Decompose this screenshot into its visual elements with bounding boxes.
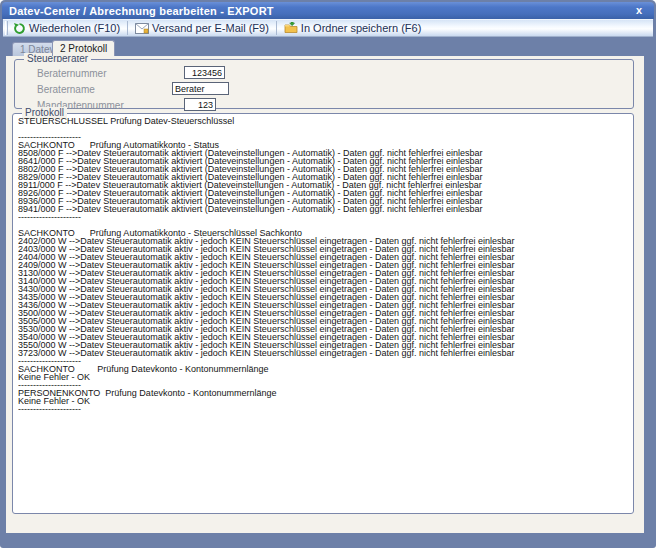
window-title: Datev-Center / Abrechnung bearbeiten - E… — [9, 5, 274, 17]
in-ordner-speichern-button[interactable]: In Ordner speichern (F6) — [279, 20, 426, 36]
tab-protokoll[interactable]: 2 Protokoll — [52, 40, 115, 56]
wiederholen-label: Wiederholen (F10) — [29, 22, 120, 34]
beraternummer-field[interactable] — [184, 66, 225, 79]
versand-email-label: Versand per E-Mail (F9) — [152, 22, 269, 34]
versand-email-button[interactable]: Versand per E-Mail (F9) — [130, 20, 274, 36]
title-bar[interactable]: Datev-Center / Abrechnung bearbeiten - E… — [2, 2, 654, 19]
beratername-field[interactable] — [172, 82, 229, 95]
mandantennummer-field[interactable] — [184, 98, 216, 111]
beraternummer-label: Beraternummer — [37, 68, 106, 79]
beratername-label: Beratername — [37, 84, 95, 95]
close-icon[interactable]: x — [633, 3, 645, 18]
steuerberater-groupbox: Steuerberater Beraternummer Beratername … — [14, 59, 634, 109]
wiederholen-button[interactable]: Wiederholen (F10) — [8, 20, 125, 36]
folder-save-icon — [284, 22, 298, 34]
toolbar-separator — [276, 21, 277, 35]
in-ordner-speichern-label: In Ordner speichern (F6) — [301, 22, 421, 34]
email-icon — [135, 23, 149, 34]
protokoll-log-text: STEUERSCHLÜSSEL Prüfung Datev-Steuerschl… — [18, 117, 628, 509]
refresh-icon — [13, 22, 26, 35]
datev-export-window: Datev-Center / Abrechnung bearbeiten - E… — [0, 0, 656, 548]
toolbar-separator — [127, 21, 128, 35]
protokoll-groupbox: Protokoll STEUERSCHLÜSSEL Prüfung Datev-… — [12, 113, 634, 514]
protokoll-tab-page: Steuerberater Beraternummer Beratername … — [6, 56, 644, 533]
toolbar: Wiederholen (F10) Versand per E-Mail (F9… — [3, 19, 653, 37]
